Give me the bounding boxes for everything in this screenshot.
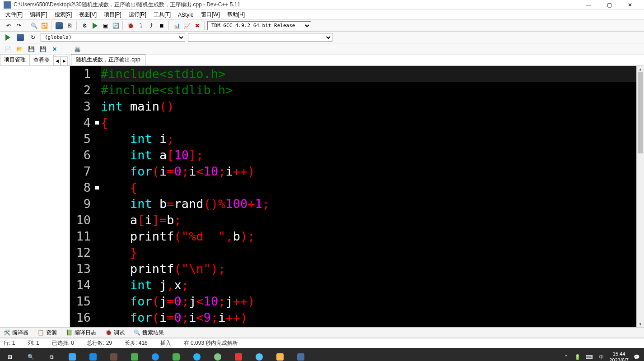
tray-battery-icon[interactable]: 🔋 <box>574 353 581 361</box>
menu-5[interactable]: 运行[R] <box>125 10 150 19</box>
code-line-15[interactable]: for(j=0;j<10;j++) <box>101 293 644 310</box>
menu-2[interactable]: 搜索[S] <box>51 10 76 19</box>
sidebar-nav-next[interactable]: ▶ <box>61 56 68 65</box>
code-editor[interactable]: 12345678910111213141516 #include<stdio.h… <box>70 66 644 327</box>
debug-button[interactable]: 🐞 <box>126 21 135 30</box>
goto-button[interactable]: ⎘ <box>65 21 75 30</box>
fold-marker-icon[interactable] <box>95 121 99 125</box>
fold-marker-icon[interactable] <box>95 186 99 190</box>
tray-clock[interactable]: 15:44 2023/6/7 <box>609 351 629 361</box>
bottom-tab-0[interactable]: 🛠️编译器 <box>2 328 30 338</box>
tab-project-manage[interactable]: 项目管理 <box>0 54 30 65</box>
taskbar-app-1[interactable] <box>62 348 82 361</box>
start-button[interactable]: ⊞ <box>0 348 20 361</box>
taskbar-devcpp[interactable] <box>291 348 311 361</box>
find-button[interactable]: 🔍 <box>29 21 39 30</box>
taskbar-app-5[interactable] <box>145 348 165 361</box>
code-line-7[interactable]: for(i=0;i<10;i++) <box>101 163 644 180</box>
taskbar-app-7[interactable] <box>187 348 207 361</box>
profile-button[interactable]: 📊 <box>172 21 182 30</box>
remove-button[interactable]: ✖ <box>192 21 202 30</box>
bottom-tab-3[interactable]: 🐞调试 <box>103 328 126 338</box>
code-body[interactable]: #include<stdio.h>#include<stdlib.h>int m… <box>99 66 644 327</box>
replace-button[interactable]: 🔁 <box>39 21 49 30</box>
step-over-button[interactable]: ⤴ <box>146 21 156 30</box>
undo-button[interactable]: ↶ <box>4 21 14 30</box>
editor-tab-file[interactable]: 随机生成数，正序输出.cpp <box>71 54 145 65</box>
sidebar-nav-prev[interactable]: ◀ <box>53 56 61 65</box>
code-line-14[interactable]: int j,x; <box>101 277 644 293</box>
compile-run-button[interactable]: ▣ <box>100 21 110 30</box>
tray-keyboard-icon[interactable]: ⌨ <box>586 353 593 361</box>
code-line-13[interactable]: printf("\n"); <box>101 261 644 277</box>
maximize-button[interactable]: ▢ <box>599 0 620 10</box>
scroll-thumb[interactable] <box>638 72 643 153</box>
taskbar-app-6[interactable] <box>166 348 186 361</box>
code-line-11[interactable]: printf("%d ",b); <box>101 228 644 245</box>
taskbar-app-10[interactable] <box>249 348 269 361</box>
open-file-button[interactable]: 📂 <box>14 45 24 54</box>
compiler-select[interactable]: TDM-GCC 4.9.2 64-bit Release <box>207 21 311 30</box>
code-line-10[interactable]: a[i]=b; <box>101 212 644 228</box>
code-line-1[interactable]: #include<stdio.h> <box>101 66 644 82</box>
search-button[interactable]: 🔍 <box>21 348 41 361</box>
profile2-button[interactable]: 📈 <box>182 21 192 30</box>
taskbar-app-9[interactable] <box>229 348 248 361</box>
tray-ime[interactable]: 中 <box>597 353 605 361</box>
scroll-up-icon[interactable]: ▲ <box>637 66 644 72</box>
stop-debug-button[interactable]: ⏹ <box>157 21 167 30</box>
step-button[interactable]: ⤵ <box>136 21 146 30</box>
menu-8[interactable]: 窗口[W] <box>197 10 224 19</box>
scope-members-select[interactable] <box>188 33 332 42</box>
menu-6[interactable]: 工具[T] <box>150 10 174 19</box>
code-line-4[interactable]: { <box>101 115 644 131</box>
menu-0[interactable]: 文件[F] <box>2 10 26 19</box>
scope-globals-select[interactable]: (globals) <box>41 33 185 42</box>
menu-9[interactable]: 帮助[H] <box>224 10 248 19</box>
taskbar-app-11[interactable] <box>270 348 290 361</box>
code-line-12[interactable]: } <box>101 245 644 261</box>
code-line-9[interactable]: int b=rand()%100+1; <box>101 196 644 212</box>
editor-scrollbar[interactable]: ▲ ▼ <box>636 66 644 327</box>
compile-button[interactable]: ⚙ <box>79 21 89 30</box>
code-line-5[interactable]: int i; <box>101 131 644 147</box>
fold-margin <box>95 66 99 327</box>
task-view-button[interactable]: ⧉ <box>42 348 61 361</box>
code-line-16[interactable]: for(i=0;i<9;i++) <box>101 310 644 326</box>
taskbar-app-4[interactable] <box>125 348 145 361</box>
refresh-icon[interactable]: ↻ <box>28 33 38 42</box>
minimize-button[interactable]: — <box>578 0 599 10</box>
bottom-tab-1[interactable]: 📋资源 <box>36 328 59 338</box>
close-button[interactable]: ✕ <box>620 0 640 10</box>
print-button[interactable]: 🖨️ <box>72 45 82 54</box>
menu-1[interactable]: 编辑[E] <box>26 10 51 19</box>
save-button[interactable]: 💾 <box>26 45 36 54</box>
scroll-down-icon[interactable]: ▼ <box>637 321 644 327</box>
menu-3[interactable]: 视图[V] <box>75 10 100 19</box>
new-file-button[interactable]: 📄 <box>3 45 13 54</box>
redo-button[interactable]: ↷ <box>14 21 24 30</box>
menu-7[interactable]: AStyle <box>174 11 197 19</box>
code-line-6[interactable]: int a[10]; <box>101 147 644 163</box>
tray-notifications-icon[interactable]: 💬 <box>633 353 640 361</box>
bottom-tab-2[interactable]: 📗编译日志 <box>64 328 98 338</box>
code-line-8[interactable]: { <box>101 180 644 196</box>
taskbar-app-2[interactable] <box>83 348 103 361</box>
tab-class-view[interactable]: 查看类 <box>29 55 54 65</box>
window-title: C:\Users\6500\Desktop\2\30随机生成数，正序输出\随机生… <box>14 1 578 9</box>
save-all-button[interactable]: 💾 <box>38 45 48 54</box>
bookmark-button[interactable] <box>54 21 64 30</box>
bottom-tab-4[interactable]: 🔍搜索结果 <box>132 328 166 338</box>
taskbar-app-3[interactable] <box>104 348 124 361</box>
run-icon[interactable] <box>3 33 13 42</box>
rebuild-button[interactable]: 🔄 <box>111 21 121 30</box>
menu-4[interactable]: 项目[P] <box>100 10 125 19</box>
bottom-tab-label: 搜索结果 <box>142 329 164 337</box>
run-button[interactable] <box>90 21 100 30</box>
book-icon[interactable] <box>15 33 25 42</box>
tray-chevron-icon[interactable]: ⌃ <box>562 353 569 361</box>
code-line-3[interactable]: int main() <box>101 98 644 115</box>
taskbar-app-8[interactable] <box>208 348 228 361</box>
code-line-2[interactable]: #include<stdlib.h> <box>101 82 644 98</box>
close-file-button[interactable]: ✕ <box>50 45 60 54</box>
